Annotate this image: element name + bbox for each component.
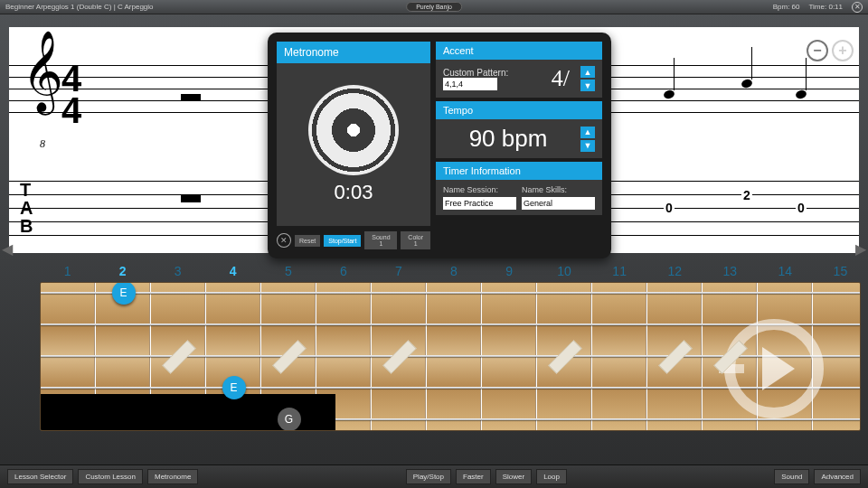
fret-note-dot[interactable]: E [112, 282, 136, 305]
bb-play-stop-button[interactable]: Play/Stop [406, 469, 451, 484]
tempo-value: 90 bpm [443, 125, 573, 153]
metronome-sound-button[interactable]: Sound 1 [364, 231, 397, 249]
timer-session-input[interactable] [443, 197, 516, 210]
accent-down-icon[interactable]: ▼ [580, 80, 595, 91]
metronome-color-button[interactable]: Color 1 [401, 231, 430, 249]
fret-number: 1 [40, 264, 95, 278]
timer-skills-input[interactable] [522, 197, 595, 210]
score-prev-icon[interactable]: ◀ [2, 240, 13, 258]
zoom-out-icon[interactable]: − [807, 40, 828, 61]
app-brand-pill: Purely Banjo [406, 2, 462, 12]
fret-note-dot[interactable]: G [278, 408, 301, 431]
octave-8: 8 [40, 137, 45, 151]
bb-loop-button[interactable]: Loop [536, 469, 567, 484]
bb-lesson-selector-button[interactable]: Lesson Selector [7, 469, 73, 484]
bb-custom-lesson-button[interactable]: Custom Lesson [78, 469, 143, 484]
timer-skills-label: Name Skills: [522, 185, 595, 194]
fret-number: 14 [758, 264, 813, 278]
bb-faster-button[interactable]: Faster [456, 469, 491, 484]
string [41, 292, 860, 294]
tempo-title: Tempo [436, 101, 602, 119]
accent-pattern-label: Custom Pattern: [443, 68, 508, 78]
note-stem [806, 58, 807, 90]
metronome-controls: ✕ Reset Stop/Start Sound 1 Color 1 [277, 231, 430, 249]
top-bar: Beginner Arpeggios 1 (Double C) | C Arpe… [0, 0, 868, 14]
fretboard-zone: 123456789101112131415 DCGCEEG [0, 260, 868, 454]
zoom-controls: − + [807, 40, 854, 61]
bb-metronome-button[interactable]: Metronome [147, 469, 198, 484]
tempo-down-icon[interactable]: ▼ [580, 140, 595, 152]
timer-session-label: Name Session: [443, 185, 516, 194]
bb-slower-button[interactable]: Slower [495, 469, 532, 484]
metronome-reset-button[interactable]: Reset [295, 235, 320, 247]
time-readout: Time: 0:11 [809, 3, 844, 11]
bpm-readout: Bpm: 60 [773, 3, 800, 11]
fret-number: 15 [813, 264, 868, 278]
bb-advanced-button[interactable]: Advanced [814, 469, 861, 484]
bb-sound-button[interactable]: Sound [774, 469, 809, 484]
fret-number: 2 [95, 264, 150, 278]
metronome-title: Metronome [277, 42, 430, 63]
fret-number: 6 [316, 264, 371, 278]
metronome-elapsed: 0:03 [335, 181, 373, 204]
fret-number: 9 [482, 264, 537, 278]
score-zone: 𝄞 8 44 T A B 0 2 0 − + ◀ ▶ Metronome 0:0… [0, 14, 868, 260]
tab-number: 0 [796, 201, 807, 215]
string [335, 418, 860, 420]
accent-section: Accent Custom Pattern: 4/ ▲ ▼ [436, 42, 602, 98]
note-stem [751, 47, 752, 80]
time-signature: 44 [61, 63, 81, 127]
note-stem [674, 58, 675, 90]
fret-number: 11 [592, 264, 647, 278]
tab-number: 0 [664, 201, 675, 215]
accent-title: Accent [436, 42, 602, 60]
treble-clef-icon: 𝄞 [22, 51, 63, 93]
tab-label: T A B [20, 181, 33, 235]
accent-pattern-input[interactable] [443, 78, 497, 90]
fretboard[interactable]: DCGCEEG [40, 282, 861, 431]
fret-note-dot[interactable]: E [222, 376, 246, 399]
big-play-icon[interactable] [724, 319, 824, 418]
fret-number: 8 [426, 264, 481, 278]
fret-number: 12 [647, 264, 703, 278]
tempo-section: Tempo 90 bpm ▲ ▼ [436, 101, 602, 158]
fret-numbers: 123456789101112131415 [0, 264, 868, 278]
fret-number: 10 [537, 264, 592, 278]
bottom-bar: Lesson SelectorCustom LessonMetronome Pl… [0, 465, 868, 488]
metronome-stopstart-button[interactable]: Stop/Start [324, 235, 361, 247]
close-icon[interactable]: ✕ [852, 2, 863, 13]
metronome-dial-icon [308, 85, 399, 175]
accent-up-icon[interactable]: ▲ [580, 66, 595, 78]
string [41, 324, 860, 325]
tempo-up-icon[interactable]: ▲ [580, 127, 595, 138]
zoom-in-icon[interactable]: + [832, 40, 854, 61]
fret-number: 13 [703, 264, 758, 278]
metronome-dial-area: 0:03 [277, 63, 430, 226]
timer-title: Timer Information [436, 162, 602, 180]
whole-rest-tab [181, 195, 201, 202]
score-next-icon[interactable]: ▶ [855, 240, 866, 258]
fret-number: 5 [260, 264, 316, 278]
tab-number: 2 [741, 188, 752, 202]
lesson-title: Beginner Arpeggios 1 (Double C) | C Arpe… [5, 3, 773, 11]
timer-section: Timer Information Name Session: Name Ski… [436, 162, 602, 215]
fret-number: 4 [205, 264, 260, 278]
fret-number: 7 [371, 264, 426, 278]
fret-number: 3 [150, 264, 205, 278]
metronome-panel: Metronome 0:03 ✕ Reset Stop/Start Sound … [268, 33, 611, 258]
accent-fraction: 4/ [515, 65, 573, 92]
whole-rest-staff [181, 94, 201, 101]
metronome-close-icon[interactable]: ✕ [277, 233, 291, 248]
